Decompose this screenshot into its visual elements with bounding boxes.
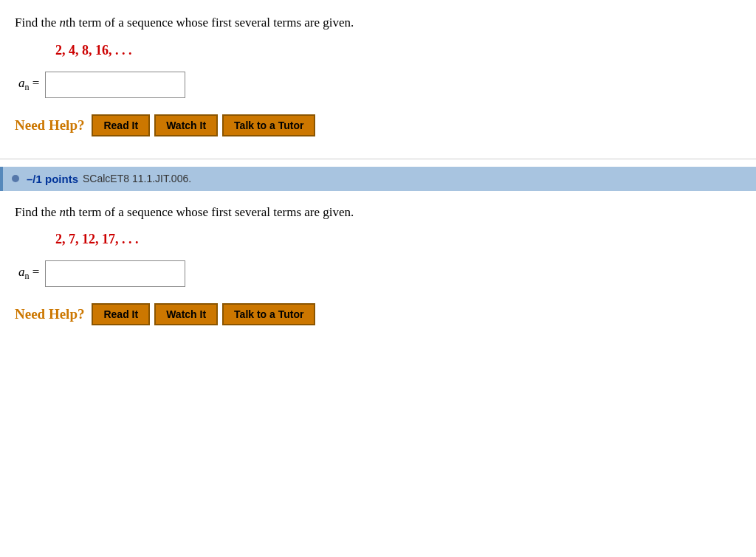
section-divider: [0, 159, 756, 159]
need-help-label-1: Need Help?: [15, 117, 84, 134]
read-it-button-1[interactable]: Read It: [92, 114, 150, 136]
talk-tutor-button-1[interactable]: Talk to a Tutor: [222, 114, 315, 136]
points-label: –/1 points: [27, 173, 78, 185]
need-help-label-2: Need Help?: [15, 306, 84, 322]
answer-row-1: an =: [18, 72, 741, 98]
read-it-button-2[interactable]: Read It: [92, 303, 150, 325]
watch-it-button-2[interactable]: Watch It: [154, 303, 218, 325]
answer-row-2: an =: [18, 260, 741, 287]
answer-input-2[interactable]: [45, 260, 185, 287]
problem-1-sequence: 2, 4, 8, 16, . . .: [55, 43, 741, 58]
problem-2-section: Find the nth term of a sequence whose fi…: [0, 191, 756, 341]
an-label-2: an =: [18, 265, 39, 282]
points-code: SCalcET8 11.1.JIT.006.: [83, 173, 191, 184]
need-help-row-2: Need Help? Read It Watch It Talk to a Tu…: [15, 303, 741, 325]
problem-1-instruction: Find the nth term of a sequence whose fi…: [15, 13, 741, 32]
problem-1-section: Find the nth term of a sequence whose fi…: [0, 0, 756, 151]
circle-indicator: [12, 175, 19, 182]
an-label-1: an =: [18, 76, 39, 93]
talk-tutor-button-2[interactable]: Talk to a Tutor: [222, 303, 315, 325]
need-help-row-1: Need Help? Read It Watch It Talk to a Tu…: [15, 114, 741, 136]
points-bar: –/1 points SCalcET8 11.1.JIT.006.: [0, 167, 756, 191]
problem-2-instruction: Find the nth term of a sequence whose fi…: [15, 203, 741, 222]
watch-it-button-1[interactable]: Watch It: [154, 114, 218, 136]
answer-input-1[interactable]: [45, 72, 185, 98]
problem-2-sequence: 2, 7, 12, 17, . . .: [55, 232, 741, 247]
